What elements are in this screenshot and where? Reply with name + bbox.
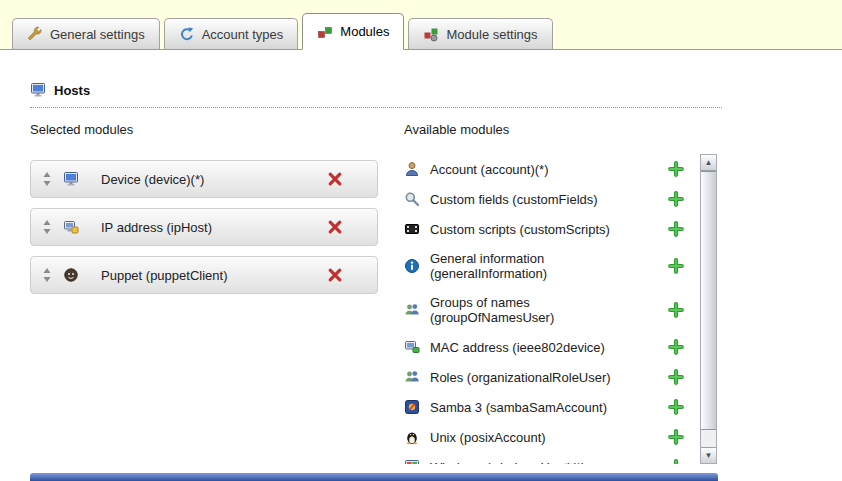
modules-panel: Hosts Selected modules Available modules… (0, 50, 842, 481)
scrollbar-down-button[interactable]: ▼ (701, 447, 716, 463)
tab-module-settings[interactable]: Module settings (408, 18, 552, 49)
available-module-row-unix: Unix (posixAccount) (404, 422, 700, 452)
samba-icon (404, 399, 420, 415)
add-icon (668, 459, 684, 464)
add-account-button[interactable] (668, 161, 694, 177)
tab-label: Modules (340, 24, 389, 39)
windows-icon (404, 459, 420, 464)
roles-icon (404, 369, 420, 385)
refresh-icon (179, 26, 195, 42)
device-icon (63, 171, 79, 187)
available-module-row-account: Account (account)(*) (404, 154, 700, 184)
module-label: Roles (organizationalRoleUser) (430, 370, 648, 385)
tab-modules[interactable]: Modules (302, 13, 404, 50)
add-mac-address-button[interactable] (668, 339, 694, 355)
account-icon (404, 161, 420, 177)
arrow-up-icon: ▲ (705, 158, 713, 167)
module-label: Device (device)(*) (101, 172, 327, 187)
section-header: Hosts (30, 82, 90, 98)
group-icon (404, 302, 420, 318)
section-divider (30, 107, 722, 108)
add-icon (668, 399, 684, 415)
available-modules-scrollbar[interactable]: ▲ ▼ (700, 154, 717, 464)
add-icon (668, 369, 684, 385)
module-label: Puppet (puppetClient) (101, 268, 327, 283)
module-label: Custom fields (customFields) (430, 192, 648, 207)
tab-label: General settings (50, 27, 145, 42)
add-roles-button[interactable] (668, 369, 694, 385)
module-label: Account (account)(*) (430, 162, 648, 177)
add-custom-fields-button[interactable] (668, 191, 694, 207)
module-label: IP address (ipHost) (101, 220, 327, 235)
selected-modules-list: Device (device)(*) IP address (ipHost) P… (30, 160, 378, 304)
scrollbar-up-button[interactable]: ▲ (701, 155, 716, 171)
script-icon (404, 221, 420, 237)
mac-icon (404, 339, 420, 355)
drag-handle-icon[interactable] (43, 220, 51, 234)
remove-iphost-button[interactable] (327, 219, 365, 235)
remove-device-button[interactable] (327, 171, 365, 187)
selected-module-row-iphost[interactable]: IP address (ipHost) (30, 208, 378, 246)
add-icon (668, 221, 684, 237)
ip-host-icon (63, 219, 79, 235)
tab-label: Module settings (446, 27, 537, 42)
available-modules-heading: Available modules (404, 122, 509, 137)
available-module-row-custom-fields: Custom fields (customFields) (404, 184, 700, 214)
available-module-row-groups-of-names: Groups of names (groupOfNamesUser) (404, 288, 700, 332)
delete-icon (327, 219, 343, 235)
modules-icon (317, 24, 333, 40)
tab-general-settings[interactable]: General settings (12, 18, 160, 49)
available-module-row-mac-address: MAC address (ieee802device) (404, 332, 700, 362)
wrench-icon (27, 26, 43, 42)
add-icon (668, 258, 684, 274)
puppet-icon (63, 267, 79, 283)
add-icon (668, 161, 684, 177)
available-module-row-general-information: General information (generalInformation) (404, 244, 700, 288)
add-samba3-button[interactable] (668, 399, 694, 415)
available-modules-list: Account (account)(*) Custom fields (cust… (404, 154, 700, 464)
add-icon (668, 191, 684, 207)
module-label: General information (generalInformation) (430, 251, 648, 281)
selected-module-row-device[interactable]: Device (device)(*) (30, 160, 378, 198)
module-label: Unix (posixAccount) (430, 430, 648, 445)
add-icon (668, 429, 684, 445)
info-icon (404, 258, 420, 274)
available-module-row-windows: Windows (windowsHost)(*) (404, 452, 700, 464)
add-icon (668, 339, 684, 355)
tab-label: Account types (202, 27, 284, 42)
scrollbar-track[interactable] (701, 171, 716, 447)
delete-icon (327, 171, 343, 187)
selected-modules-heading: Selected modules (30, 122, 133, 137)
module-settings-icon (423, 26, 439, 42)
available-module-row-samba3: Samba 3 (sambaSamAccount) (404, 392, 700, 422)
module-label: Windows (windowsHost)(*) (430, 460, 648, 465)
delete-icon (327, 267, 343, 283)
add-icon (668, 302, 684, 318)
add-windows-button[interactable] (668, 459, 694, 464)
drag-handle-icon[interactable] (43, 268, 51, 282)
drag-handle-icon[interactable] (43, 172, 51, 186)
module-label: MAC address (ieee802device) (430, 340, 648, 355)
add-general-information-button[interactable] (668, 258, 694, 274)
add-unix-button[interactable] (668, 429, 694, 445)
bottom-panel-header (30, 473, 718, 481)
tux-icon (404, 429, 420, 445)
computer-icon (30, 82, 46, 98)
selected-module-row-puppet[interactable]: Puppet (puppetClient) (30, 256, 378, 294)
section-title: Hosts (54, 83, 90, 98)
arrow-down-icon: ▼ (705, 451, 713, 460)
scrollbar-thumb[interactable] (701, 171, 716, 430)
magnifier-icon (404, 191, 420, 207)
config-tabbar: General settings Account types Modules M… (0, 0, 842, 50)
tab-account-types[interactable]: Account types (164, 18, 299, 49)
remove-puppet-button[interactable] (327, 267, 365, 283)
module-label: Samba 3 (sambaSamAccount) (430, 400, 648, 415)
available-module-row-custom-scripts: Custom scripts (customScripts) (404, 214, 700, 244)
add-groups-of-names-button[interactable] (668, 302, 694, 318)
module-label: Groups of names (groupOfNamesUser) (430, 295, 648, 325)
add-custom-scripts-button[interactable] (668, 221, 694, 237)
module-label: Custom scripts (customScripts) (430, 222, 648, 237)
available-module-row-roles: Roles (organizationalRoleUser) (404, 362, 700, 392)
